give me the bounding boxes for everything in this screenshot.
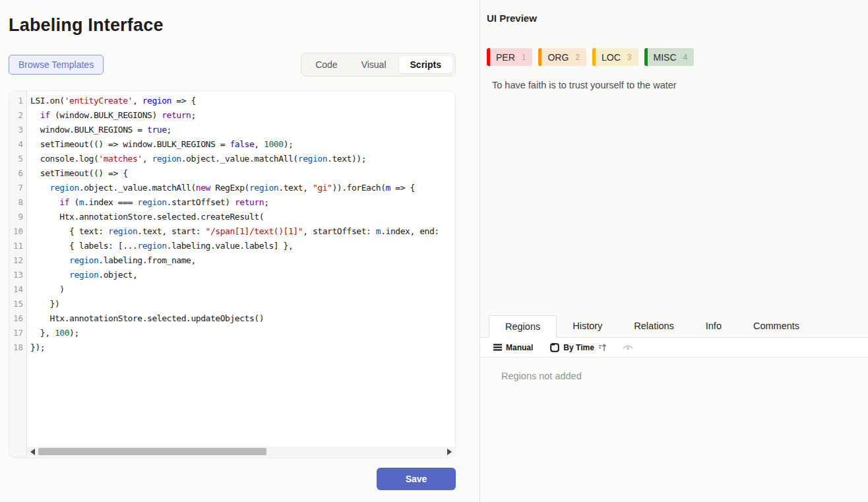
- label-chip-per[interactable]: PER1: [487, 48, 532, 66]
- line-number: 5: [9, 152, 26, 166]
- label-hotkey: 3: [625, 53, 638, 62]
- label-chip-misc[interactable]: MISC4: [644, 48, 695, 66]
- editor-view-tabs: Code Visual Scripts: [301, 53, 456, 77]
- tab-regions[interactable]: Regions: [489, 315, 557, 338]
- ui-preview-title: UI Preview: [487, 13, 868, 24]
- code-line[interactable]: region.object._value.matchAll(new RegExp…: [30, 181, 455, 195]
- config-pane: Labeling Interface Browse Templates Code…: [0, 0, 480, 502]
- sort-ascending-icon: [598, 343, 607, 352]
- regions-panel-tabs: Regions History Relations Info Comments: [480, 315, 868, 338]
- tab-history[interactable]: History: [557, 315, 618, 337]
- line-number: 10: [9, 224, 26, 239]
- browse-templates-button[interactable]: Browse Templates: [9, 55, 104, 75]
- label-hotkey: 2: [573, 53, 586, 62]
- label-chip-org[interactable]: ORG2: [538, 48, 586, 66]
- label-chip-loc[interactable]: LOC3: [592, 48, 638, 66]
- line-number: 11: [9, 239, 26, 253]
- code-line[interactable]: region.labeling.from_name,: [30, 253, 455, 268]
- left-triangle-icon: [30, 449, 35, 455]
- tab-info[interactable]: Info: [690, 315, 737, 337]
- code-line[interactable]: setTimeout(() => window.BULK_REGIONS = f…: [30, 137, 455, 152]
- toggle-visibility-button[interactable]: [623, 344, 633, 352]
- order-by-time-label: By Time: [563, 343, 594, 352]
- label-text: MISC: [648, 52, 681, 63]
- code-line[interactable]: Htx.annotationStore.selected.updateObjec…: [30, 311, 455, 326]
- eye-icon: [623, 344, 633, 352]
- scroll-right-arrow[interactable]: [445, 447, 454, 456]
- list-icon: [493, 344, 502, 351]
- save-row: Save: [9, 468, 456, 490]
- code-line[interactable]: window.BULK_REGIONS = true;: [30, 123, 455, 137]
- line-number: 9: [9, 210, 26, 224]
- regions-empty-text: Regions not added: [501, 371, 868, 381]
- tab-code[interactable]: Code: [304, 56, 348, 73]
- line-number: 13: [9, 268, 26, 282]
- sample-text[interactable]: To have faith is to trust yourself to th…: [492, 80, 868, 90]
- line-number: 7: [9, 181, 26, 195]
- tab-scripts[interactable]: Scripts: [399, 56, 452, 73]
- scroll-left-arrow[interactable]: [28, 447, 38, 456]
- calendar-icon: [550, 343, 559, 352]
- line-number: 17: [9, 326, 26, 340]
- group-manual-label: Manual: [506, 343, 533, 352]
- group-manual-button[interactable]: Manual: [493, 343, 533, 352]
- line-number: 14: [9, 282, 26, 297]
- code-line[interactable]: if (window.BULK_REGIONS) return;: [30, 108, 455, 123]
- scrollbar-thumb[interactable]: [38, 448, 266, 455]
- regions-toolbar: Manual By Time: [480, 338, 868, 358]
- line-number: 2: [9, 108, 26, 123]
- regions-panel: Regions History Relations Info Comments …: [480, 315, 868, 502]
- code-line[interactable]: region.object,: [30, 268, 455, 282]
- right-triangle-icon: [447, 449, 452, 455]
- tab-visual[interactable]: Visual: [350, 56, 398, 73]
- editor-code[interactable]: LSI.on('entityCreate', region => { if (w…: [27, 91, 455, 457]
- line-number: 16: [9, 311, 26, 326]
- code-line[interactable]: Htx.annotationStore.selected.createResul…: [30, 210, 455, 224]
- line-number: 12: [9, 253, 26, 268]
- code-line[interactable]: { text: region.text, start: "/span[1]/te…: [30, 224, 455, 239]
- label-text: LOC: [596, 52, 625, 63]
- code-line[interactable]: }, 100);: [30, 326, 455, 340]
- label-hotkey: 4: [681, 53, 695, 62]
- label-text: ORG: [542, 52, 573, 63]
- line-number: 4: [9, 137, 26, 152]
- ui-preview-section: UI Preview PER1ORG2LOC3MISC4 To have fai…: [480, 0, 868, 315]
- order-by-time-button[interactable]: By Time: [550, 343, 606, 352]
- regions-content: Regions not added: [480, 358, 868, 502]
- label-hotkey: 1: [520, 53, 533, 62]
- code-line[interactable]: });: [30, 340, 455, 355]
- code-line[interactable]: LSI.on('entityCreate', region => {: [30, 94, 455, 108]
- editor-gutter: 123456789101112131415161718: [9, 91, 27, 457]
- line-number: 1: [9, 94, 26, 108]
- code-line[interactable]: { labels: [...region.labeling.value.labe…: [30, 239, 455, 253]
- code-line[interactable]: }): [30, 297, 455, 311]
- config-controls-row: Browse Templates Code Visual Scripts: [9, 53, 456, 77]
- save-button[interactable]: Save: [377, 468, 456, 490]
- line-number: 3: [9, 123, 26, 137]
- labeling-interface-app: Labeling Interface Browse Templates Code…: [0, 0, 868, 502]
- page-title: Labeling Interface: [9, 15, 456, 36]
- label-text: PER: [490, 52, 520, 63]
- tab-relations[interactable]: Relations: [618, 315, 689, 337]
- line-number: 8: [9, 195, 26, 210]
- code-line[interactable]: ): [30, 282, 455, 297]
- preview-pane: UI Preview PER1ORG2LOC3MISC4 To have fai…: [480, 0, 868, 502]
- line-number: 6: [9, 166, 26, 181]
- labels-row: PER1ORG2LOC3MISC4: [487, 48, 868, 66]
- scrollbar-track[interactable]: [38, 447, 445, 456]
- editor-horizontal-scrollbar[interactable]: [28, 447, 454, 456]
- code-line[interactable]: if (m.index === region.startOffset) retu…: [30, 195, 455, 210]
- code-line[interactable]: console.log('matches', region.object._va…: [30, 152, 455, 166]
- line-number: 18: [9, 340, 26, 355]
- tab-comments[interactable]: Comments: [737, 315, 815, 337]
- code-editor[interactable]: 123456789101112131415161718 LSI.on('enti…: [9, 90, 456, 458]
- code-line[interactable]: setTimeout(() => {: [30, 166, 455, 181]
- line-number: 15: [9, 297, 26, 311]
